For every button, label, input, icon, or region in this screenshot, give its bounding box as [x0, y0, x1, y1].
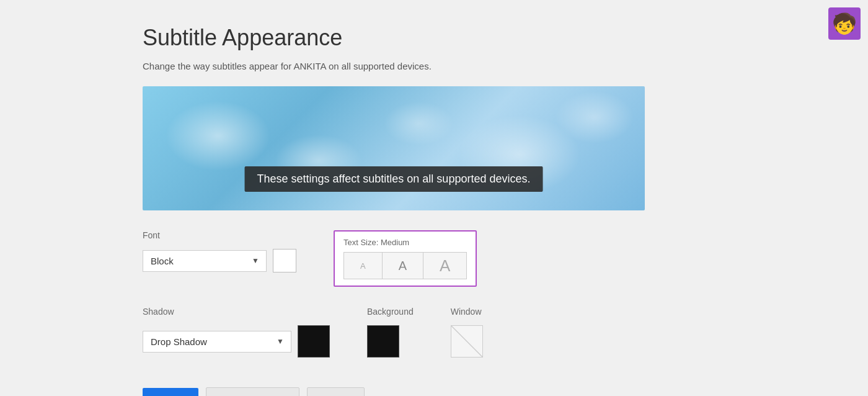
page-title: Subtitle Appearance [143, 25, 725, 51]
shadow-select[interactable]: None Raised Depressed Uniform Drop Shado… [143, 331, 291, 353]
font-color-swatch[interactable] [273, 249, 296, 272]
avatar[interactable]: 🧒 [828, 7, 861, 40]
text-size-medium-button[interactable]: A [382, 252, 423, 279]
save-button[interactable]: Save [143, 388, 198, 396]
reset-button[interactable]: Reset to default [206, 387, 299, 396]
subtitle-preview: These settings affect subtitles on all s… [143, 86, 645, 210]
shadow-color-swatch[interactable] [298, 325, 330, 358]
cancel-button[interactable]: Cancel [307, 387, 365, 396]
window-control-group: Window [451, 307, 483, 358]
font-control-group: Font Block Arial Times New Roman Courier… [143, 230, 296, 272]
shadow-label: Shadow [143, 307, 330, 317]
font-select[interactable]: Block Arial Times New Roman Courier New [143, 250, 267, 272]
shadow-select-wrapper: None Raised Depressed Uniform Drop Shado… [143, 331, 291, 353]
font-textsize-row: Font Block Arial Times New Roman Courier… [143, 230, 725, 287]
text-size-options: A A A [343, 252, 467, 279]
text-size-box: Text Size: Medium A A A [334, 230, 477, 287]
background-color-swatch[interactable] [367, 325, 399, 358]
window-color-swatch[interactable] [451, 325, 483, 358]
font-control-row: Block Arial Times New Roman Courier New … [143, 249, 296, 272]
shadow-control-row: None Raised Depressed Uniform Drop Shado… [143, 325, 330, 358]
text-size-large-button[interactable]: A [423, 252, 467, 279]
background-control-group: Background [367, 307, 414, 358]
page-container: 🧒 Subtitle Appearance Change the way sub… [0, 0, 868, 396]
shadow-control-group: Shadow None Raised Depressed Uniform Dro… [143, 307, 330, 358]
action-buttons: Save Reset to default Cancel [143, 387, 725, 396]
window-label: Window [451, 307, 483, 317]
svg-line-0 [451, 326, 482, 357]
font-select-wrapper: Block Arial Times New Roman Courier New … [143, 250, 267, 272]
window-swatch-diagonal-icon [451, 326, 482, 357]
text-size-small-button[interactable]: A [343, 252, 382, 279]
font-label: Font [143, 230, 296, 240]
shadow-bg-window-row: Shadow None Raised Depressed Uniform Dro… [143, 307, 725, 358]
preview-subtitle-text: These settings affect subtitles on all s… [245, 166, 543, 192]
text-size-control-group: Text Size: Medium A A A [334, 230, 477, 287]
preview-background [143, 86, 645, 210]
page-description: Change the way subtitles appear for ANKI… [143, 61, 725, 71]
background-label: Background [367, 307, 414, 317]
text-size-label: Text Size: Medium [343, 238, 467, 247]
